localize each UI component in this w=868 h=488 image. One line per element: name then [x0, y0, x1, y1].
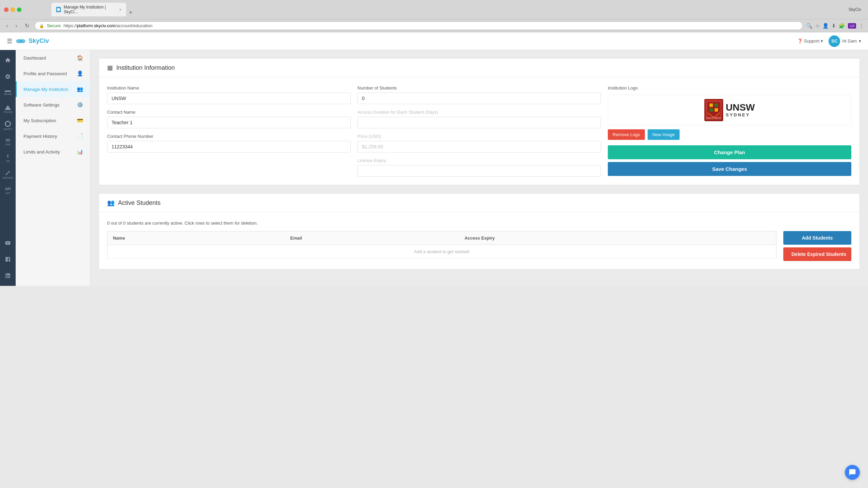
sidebar-item-settings[interactable]	[1, 69, 15, 84]
sidebar-item-sb[interactable]: T SB	[1, 151, 15, 166]
contact-phone-input[interactable]	[107, 141, 351, 152]
browser-titlebar: Manage My Institution | SkyCi... × + Sky…	[0, 0, 868, 19]
sidebar-item-software[interactable]: Software Settings ⚙️	[16, 97, 90, 113]
app-logo: SkyCiv	[16, 36, 49, 46]
students-table-body: Add a student to get started!	[107, 245, 777, 259]
subscription-icon: 💳	[77, 117, 83, 124]
user-account-icon[interactable]: 👤	[822, 23, 829, 29]
new-tab-button[interactable]: +	[126, 9, 135, 16]
svg-rect-6	[710, 108, 713, 112]
active-tab[interactable]: Manage My Institution | SkyCi... ×	[51, 3, 126, 16]
avatar: SC	[829, 35, 840, 47]
institution-header-icon: ▦	[107, 64, 113, 71]
licence-expiry-label: Licence Expiry	[357, 158, 601, 163]
sidebar-item-api[interactable]: API API	[1, 183, 15, 198]
password-icon[interactable]: LH	[848, 23, 856, 29]
tab-close-button[interactable]: ×	[119, 7, 121, 12]
licence-expiry-input[interactable]	[357, 165, 601, 177]
chevron-down-icon: ▾	[859, 38, 861, 44]
price-label: Price (USD)	[357, 134, 601, 139]
minimize-window-button[interactable]	[11, 7, 15, 12]
sidebar-item-design[interactable]: DESIGN	[1, 167, 15, 182]
sidebar-item-payment[interactable]: Payment History 📄	[16, 128, 90, 144]
browser-chrome: Manage My Institution | SkyCi... × + Sky…	[0, 0, 868, 32]
svg-rect-4	[710, 103, 713, 107]
extension-icon[interactable]: 🧩	[839, 23, 845, 29]
sidebar-item-truss[interactable]: TRUSS	[1, 102, 15, 117]
software-label: Software Settings	[23, 102, 60, 108]
change-plan-button[interactable]: Change Plan	[608, 145, 851, 159]
remove-logo-button[interactable]: Remove Logo	[608, 129, 645, 140]
add-students-button[interactable]: Add Students	[783, 231, 851, 245]
sidebar-item-limits[interactable]: Limits and Activity 📊	[16, 144, 90, 160]
delete-expired-button[interactable]: Delete Expired Students	[783, 247, 851, 261]
access-duration-group: Access Duration for Each Student (Days)	[357, 110, 601, 128]
sidebar-item-linkedin[interactable]	[1, 268, 15, 283]
back-button[interactable]: ‹	[4, 22, 10, 30]
header-right: ❓ Support ▾ SC Hi Sam ▾	[797, 35, 861, 47]
new-image-button[interactable]: New Image	[648, 129, 680, 140]
sidebar-item-home[interactable]	[1, 53, 15, 68]
close-window-button[interactable]	[4, 7, 9, 12]
num-students-input[interactable]	[357, 93, 601, 104]
browser-top-right: SkyCiv	[849, 7, 864, 12]
address-url: https://platform.skyciv.com/account/educ…	[64, 23, 152, 28]
icon-sidebar: BEAM TRUSS SHAFT 3D 3SD T SB DESIGN	[0, 50, 16, 286]
sidebar-item-dashboard[interactable]: Dashboard 🏠	[16, 50, 90, 66]
contact-phone-label: Contact Phone Number	[107, 134, 351, 139]
institution-info-header: ▦ Institution Information	[99, 59, 859, 77]
logo-buttons: Remove Logo New Image	[608, 129, 851, 140]
unsw-crest: MANU ET MENTE	[704, 99, 723, 121]
support-button[interactable]: ❓ Support ▾	[797, 38, 823, 44]
num-students-label: Number of Students	[357, 85, 601, 91]
beam-label: BEAM	[4, 93, 12, 96]
institution-name-group: Institution Name	[107, 85, 351, 104]
svg-rect-5	[715, 103, 718, 107]
maximize-window-button[interactable]	[17, 7, 21, 12]
col-access-expiry: Access Expiry	[459, 231, 777, 245]
col-name: Name	[107, 231, 285, 245]
bookmark-icon[interactable]: ☆	[815, 23, 820, 29]
app-header: ☰ SkyCiv ❓ Support ▾ SC Hi Sam ▾	[0, 32, 868, 50]
institution-name-input[interactable]	[107, 93, 351, 104]
unsw-name: UNSW	[726, 103, 755, 112]
browser-tabs: Manage My Institution | SkyCi... × +	[24, 3, 163, 16]
address-bar[interactable]: 🔒 Secure https://platform.skyciv.com/acc…	[35, 21, 803, 30]
more-menu-icon[interactable]: ⋮	[859, 23, 864, 29]
3sd-label: 3SD	[5, 143, 11, 146]
sidebar-item-3sd[interactable]: 3D 3SD	[1, 134, 15, 149]
price-input[interactable]	[357, 141, 601, 152]
save-changes-button[interactable]: Save Changes	[608, 162, 851, 176]
sidebar-item-youtube[interactable]	[1, 235, 15, 250]
sidebar-item-institution[interactable]: Manage My Institution 👥	[16, 81, 90, 97]
sidebar-item-facebook[interactable]	[1, 252, 15, 267]
access-duration-input[interactable]	[357, 117, 601, 128]
students-empty-row: Add a student to get started!	[107, 245, 777, 259]
secure-text: Secure	[47, 23, 61, 28]
tab-title: Manage My Institution | SkyCi...	[64, 5, 114, 14]
refresh-button[interactable]: ↻	[23, 22, 31, 30]
download-icon[interactable]: ⬇	[832, 23, 836, 29]
unsw-text-block: UNSW SYDNEY	[726, 103, 755, 117]
user-greeting: Hi Sam	[842, 38, 857, 44]
search-icon[interactable]: 🔍	[806, 23, 813, 29]
limits-icon: 📊	[77, 149, 83, 155]
contact-name-input[interactable]	[107, 117, 351, 128]
hamburger-menu-button[interactable]: ☰	[7, 37, 12, 45]
institution-info-card: ▦ Institution Information Institution Na…	[99, 58, 860, 185]
payment-label: Payment History	[23, 134, 57, 139]
unsw-sydney: SYDNEY	[726, 112, 755, 117]
form-col-right: Institution Logo	[608, 85, 851, 177]
sidebar-item-shaft[interactable]: SHAFT	[1, 118, 15, 133]
user-menu[interactable]: SC Hi Sam ▾	[829, 35, 861, 47]
forward-button[interactable]: ›	[13, 22, 19, 30]
institution-info-body: Institution Name Contact Name Contact Ph…	[99, 77, 859, 185]
contact-name-label: Contact Name	[107, 110, 351, 115]
form-col-middle: Number of Students Access Duration for E…	[357, 85, 601, 177]
sidebar-item-subscription[interactable]: My Subscription 💳	[16, 113, 90, 128]
chevron-down-icon: ▾	[821, 38, 823, 44]
sidebar-item-beam[interactable]: BEAM	[1, 85, 15, 100]
sidebar-item-profile[interactable]: Profile and Password 👤	[16, 66, 90, 81]
logo-image-container: MANU ET MENTE UNSW SYDNEY	[608, 95, 851, 125]
address-bar-icons: 🔍 ☆ 👤 ⬇ 🧩 LH ⋮	[806, 23, 864, 29]
